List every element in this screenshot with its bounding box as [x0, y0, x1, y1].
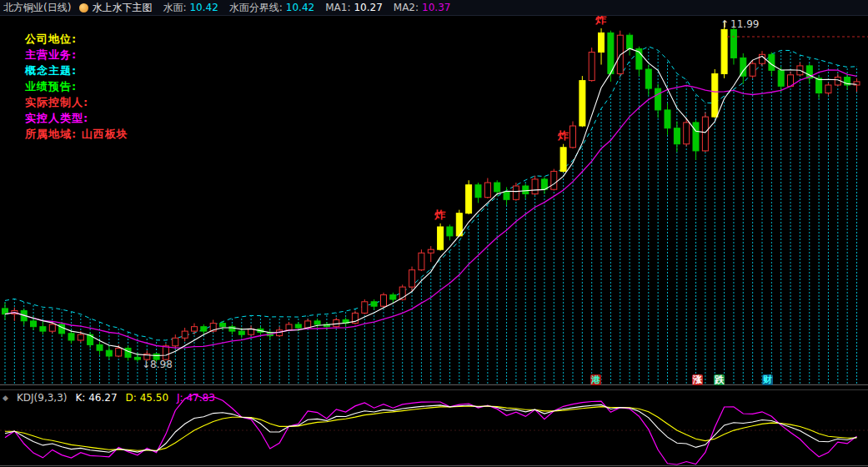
field-ma2: MA2:10.37 [394, 0, 451, 15]
kdj-title[interactable]: KDJ(9,3,3) [17, 392, 68, 404]
field-label: 水面分界线: [229, 2, 283, 13]
info-label-4[interactable]: 实际控制人: [25, 95, 88, 110]
kdj-k-value: K: 46.27 [75, 392, 117, 404]
panel-toggle-icon[interactable]: ◆ [3, 392, 8, 404]
kdj-d-value: D: 45.50 [126, 392, 168, 404]
event-badge-财[interactable]: 财 [762, 374, 773, 385]
low-price-label: ↓8.98 [142, 359, 173, 370]
high-marker-icon: ↑ [720, 18, 729, 30]
kdj-j-value: J: 47.83 [177, 392, 215, 404]
event-badge-港[interactable]: 港 [590, 374, 601, 385]
info-label-5[interactable]: 实控人类型: [25, 111, 88, 126]
event-badge-涨[interactable]: 涨 [692, 374, 703, 385]
field-water-surface: 水面:10.42 [163, 0, 218, 15]
bomb-annotation: 炸 [434, 208, 445, 223]
field-ma1: MA1:10.27 [325, 0, 383, 15]
field-value: 10.27 [354, 2, 382, 13]
info-label-2[interactable]: 概念主题: [25, 63, 77, 78]
high-price-label: ↑ 11.99 [720, 18, 759, 30]
indicator-logo-icon[interactable] [79, 3, 88, 13]
trading-app-window: 北方铜业(日线) 水上水下主图 水面:10.42 水面分界线:10.42 MA1… [0, 0, 868, 467]
stock-title[interactable]: 北方铜业(日线) [3, 0, 71, 15]
kdj-header: ◆ KDJ(9,3,3) K: 46.27 D: 45.50 J: 47.83 [3, 392, 215, 404]
field-label: MA2: [394, 2, 419, 13]
bomb-annotation: 炸 [558, 128, 569, 143]
high-price-text: 11.99 [730, 18, 759, 30]
info-label-1[interactable]: 主营业务: [25, 48, 77, 63]
info-label-0[interactable]: 公司地位: [25, 32, 77, 47]
indicator-name[interactable]: 水上水下主图 [92, 0, 152, 15]
field-water-boundary: 水面分界线:10.42 [229, 0, 314, 15]
top-info-bar: 北方铜业(日线) 水上水下主图 水面:10.42 水面分界线:10.42 MA1… [0, 0, 868, 16]
event-badge-跌[interactable]: 跌 [714, 374, 725, 385]
field-value: 10.37 [422, 2, 450, 13]
info-label-3[interactable]: 业绩预告: [25, 79, 77, 94]
field-label: 水面: [163, 2, 186, 13]
field-value: 10.42 [286, 2, 314, 13]
field-label: MA1: [325, 2, 350, 13]
info-label-6[interactable]: 所属地域: 山西板块 [25, 127, 128, 142]
field-value: 10.42 [189, 2, 218, 13]
